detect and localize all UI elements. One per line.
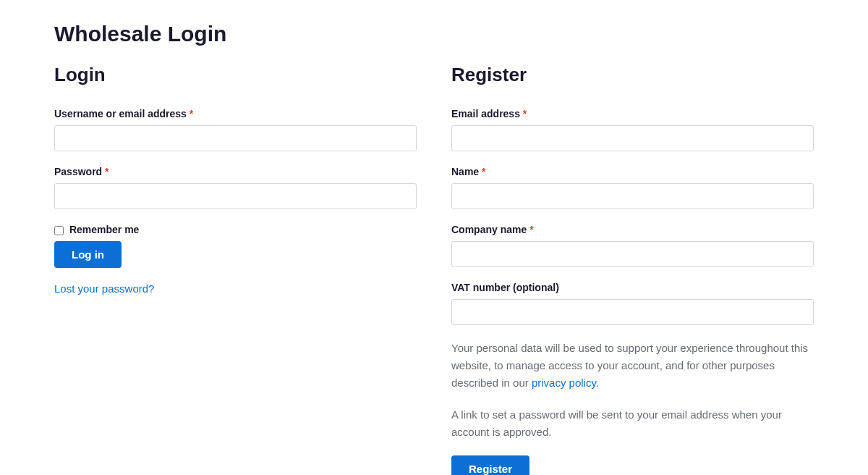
- privacy-policy-link[interactable]: privacy policy: [532, 377, 596, 389]
- remember-row: Remember me: [54, 224, 417, 235]
- name-label: Name *: [451, 166, 814, 177]
- page-title: Wholesale Login: [54, 22, 814, 46]
- privacy-notice: Your personal data will be used to suppo…: [451, 340, 814, 392]
- register-heading: Register: [451, 64, 814, 86]
- required-marker: *: [105, 166, 109, 177]
- username-row: Username or email address *: [54, 108, 417, 151]
- required-marker: *: [523, 108, 527, 119]
- vat-row: VAT number (optional): [451, 282, 814, 325]
- remember-checkbox[interactable]: [54, 226, 64, 235]
- username-input[interactable]: [54, 125, 417, 151]
- password-label-text: Password: [54, 166, 105, 177]
- privacy-text-after: .: [596, 377, 599, 389]
- required-marker: *: [529, 224, 533, 235]
- vat-label: VAT number (optional): [451, 282, 814, 293]
- name-row: Name *: [451, 166, 814, 209]
- form-columns: Login Username or email address * Passwo…: [54, 64, 814, 475]
- username-label: Username or email address *: [54, 108, 417, 119]
- login-heading: Login: [54, 64, 417, 86]
- email-input[interactable]: [451, 125, 814, 151]
- password-row: Password *: [54, 166, 417, 209]
- vat-input[interactable]: [451, 299, 814, 325]
- privacy-text-before: Your personal data will be used to suppo…: [451, 342, 808, 389]
- company-input[interactable]: [451, 241, 814, 267]
- required-marker: *: [190, 108, 193, 119]
- email-row: Email address *: [451, 108, 814, 151]
- remember-label-text: Remember me: [69, 224, 140, 235]
- email-label-text: Email address: [451, 108, 523, 119]
- name-label-text: Name: [451, 166, 482, 177]
- login-column: Login Username or email address * Passwo…: [54, 64, 417, 475]
- remember-label-wrap[interactable]: Remember me: [54, 224, 139, 235]
- username-label-text: Username or email address: [54, 108, 190, 119]
- company-label: Company name *: [451, 224, 814, 235]
- password-input[interactable]: [54, 183, 417, 209]
- company-label-text: Company name: [451, 224, 529, 235]
- password-label: Password *: [54, 166, 417, 177]
- company-row: Company name *: [451, 224, 814, 267]
- required-marker: *: [482, 166, 485, 177]
- email-label: Email address *: [451, 108, 814, 119]
- register-button[interactable]: Register: [451, 455, 529, 475]
- name-input[interactable]: [451, 183, 814, 209]
- login-button[interactable]: Log in: [54, 241, 122, 268]
- password-notice: A link to set a password will be sent to…: [451, 406, 814, 441]
- register-column: Register Email address * Name * Company …: [451, 64, 814, 475]
- register-button-wrap: Register: [451, 455, 814, 475]
- lost-password-link[interactable]: Lost your password?: [54, 282, 154, 295]
